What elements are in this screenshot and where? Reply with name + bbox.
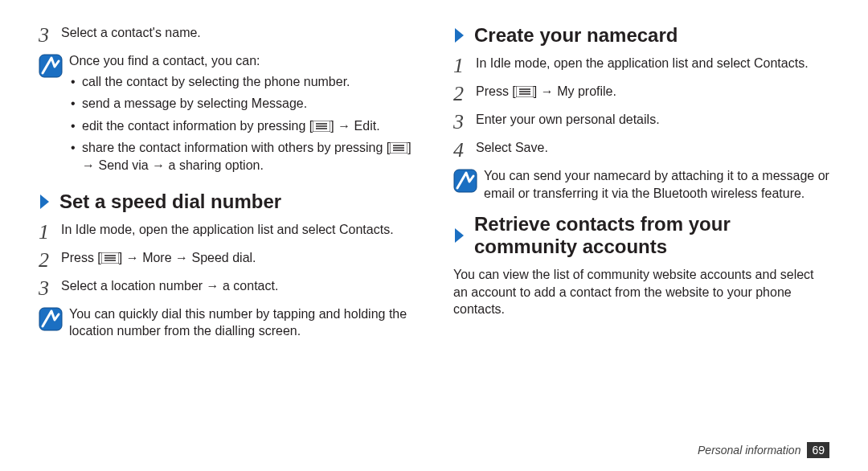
note-bullet-list: call the contact by selecting the phone … <box>69 73 415 174</box>
page-number: 69 <box>807 442 829 458</box>
heading-text: Create your namecard <box>474 24 678 47</box>
step-4-save: 4 Select Save. <box>453 139 829 161</box>
step-text: Select a contact's name. <box>61 24 415 42</box>
step-number: 3 <box>39 277 61 299</box>
step-number: 2 <box>39 249 61 271</box>
heading-speed-dial: Set a speed dial number <box>39 190 415 213</box>
heading-namecard: Create your namecard <box>453 24 829 47</box>
step-2-my-profile: 2 Press [] → My profile. <box>453 83 829 104</box>
chevron-icon <box>453 227 468 244</box>
step-2-press-more: 2 Press [] → More → Speed dial. <box>39 249 415 271</box>
step-number: 3 <box>453 111 476 133</box>
step-text: Select a location number → a contact. <box>61 277 415 295</box>
heading-text: Retrieve contacts from your community ac… <box>474 213 829 258</box>
note-intro: Once you find a contact, you can: <box>69 54 260 68</box>
step-3-enter-details: 3 Enter your own personal details. <box>453 111 829 133</box>
page-content: 3 Select a contact's name. Once you find… <box>0 0 868 356</box>
bullet-message: send a message by selecting Message. <box>69 95 415 113</box>
step-1-open-contacts: 1 In Idle mode, open the application lis… <box>39 221 415 243</box>
note-icon <box>39 307 63 331</box>
menu-icon <box>313 121 330 132</box>
step-3-select-location: 3 Select a location number → a contact. <box>39 277 415 299</box>
menu-icon <box>516 86 534 97</box>
step-1-open-contacts: 1 In Idle mode, open the application lis… <box>453 55 829 76</box>
page-footer: Personal information 69 <box>698 442 829 458</box>
chevron-icon <box>453 27 468 44</box>
step-text: Select Save. <box>476 139 829 157</box>
chevron-icon <box>39 193 53 211</box>
left-column: 3 Select a contact's name. Once you find… <box>39 24 415 348</box>
right-column: Create your namecard 1 In Idle mode, ope… <box>453 24 829 348</box>
step-number: 1 <box>39 221 61 243</box>
note-icon <box>453 169 477 193</box>
footer-section: Personal information <box>698 444 800 457</box>
note-body: Once you find a contact, you can: call t… <box>69 52 415 179</box>
step-text: Press [] → More → Speed dial. <box>61 249 415 267</box>
menu-icon <box>390 142 407 154</box>
step-text: In Idle mode, open the application list … <box>476 55 829 72</box>
note-contact-actions: Once you find a contact, you can: call t… <box>39 52 415 179</box>
step-number: 1 <box>453 55 476 76</box>
step-text: In Idle mode, open the application list … <box>61 221 415 239</box>
bullet-call: call the contact by selecting the phone … <box>69 73 415 91</box>
note-text: You can quickly dial this number by tapp… <box>69 305 415 340</box>
step-text: Enter your own personal details. <box>476 111 829 129</box>
step-number: 4 <box>453 139 476 161</box>
menu-icon <box>101 252 119 264</box>
note-quick-dial: You can quickly dial this number by tapp… <box>39 305 415 340</box>
bullet-edit: edit the contact information by pressing… <box>69 117 415 135</box>
para-community: You can view the list of community websi… <box>453 266 829 318</box>
step-text: Press [] → My profile. <box>476 83 829 100</box>
step-3-select-contact: 3 Select a contact's name. <box>39 24 415 46</box>
note-text: You can send your namecard by attaching … <box>484 167 829 202</box>
heading-text: Set a speed dial number <box>59 190 281 213</box>
bullet-share: share the contact information with other… <box>69 139 415 174</box>
step-number: 2 <box>453 83 476 104</box>
step-number: 3 <box>39 24 61 46</box>
note-send-namecard: You can send your namecard by attaching … <box>453 167 829 202</box>
heading-retrieve-contacts: Retrieve contacts from your community ac… <box>453 213 829 258</box>
note-icon <box>39 54 63 78</box>
